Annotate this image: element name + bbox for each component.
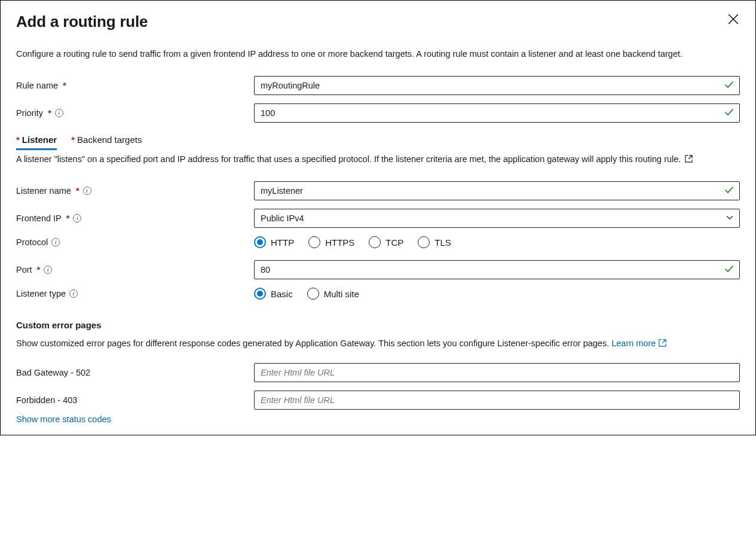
- required-asterisk: *: [76, 186, 79, 196]
- port-row: Port *: [16, 259, 740, 280]
- radio-icon: [254, 236, 266, 248]
- required-asterisk: *: [16, 135, 20, 145]
- close-button[interactable]: [728, 14, 739, 25]
- info-icon[interactable]: [73, 214, 81, 222]
- port-input[interactable]: [254, 260, 740, 279]
- bad-gateway-row: Bad Gateway - 502: [16, 362, 740, 383]
- listener-tab-description-text: A listener "listens" on a specified port…: [16, 154, 681, 164]
- radio-icon: [418, 236, 430, 248]
- required-asterisk: *: [48, 108, 51, 118]
- protocol-http-label: HTTP: [271, 237, 294, 248]
- priority-input[interactable]: [254, 103, 740, 123]
- forbidden-row: Forbidden - 403: [16, 389, 740, 411]
- tab-backend-label: Backend targets: [77, 135, 142, 145]
- radio-icon: [308, 236, 320, 248]
- protocol-tls-label: TLS: [434, 237, 451, 248]
- protocol-radio-tcp[interactable]: TCP: [369, 236, 403, 248]
- priority-row: Priority *: [16, 102, 740, 124]
- required-asterisk: *: [63, 81, 66, 90]
- frontend-ip-select[interactable]: Public IPv4: [254, 209, 740, 228]
- tab-listener-label: Listener: [22, 135, 57, 145]
- learn-more-text: Learn more: [611, 337, 656, 350]
- listener-tab-description: A listener "listens" on a specified port…: [16, 153, 740, 166]
- priority-label: Priority *: [16, 108, 249, 118]
- frontend-ip-label: Frontend IP *: [16, 214, 249, 223]
- forbidden-label-text: Forbidden - 403: [16, 395, 77, 405]
- rule-name-label-text: Rule name: [16, 81, 58, 90]
- port-label: Port *: [16, 265, 249, 275]
- routing-rule-panel: Add a routing rule Configure a routing r…: [0, 0, 756, 435]
- protocol-label: Protocol: [16, 237, 249, 247]
- bad-gateway-label-text: Bad Gateway - 502: [16, 368, 90, 377]
- listener-name-input[interactable]: [254, 181, 740, 200]
- protocol-label-text: Protocol: [16, 237, 48, 247]
- external-link-icon: [657, 337, 667, 350]
- bad-gateway-url-input[interactable]: [254, 363, 740, 382]
- rule-name-input[interactable]: [254, 76, 740, 95]
- listener-name-label-text: Listener name: [16, 186, 71, 196]
- forbidden-url-input[interactable]: [254, 391, 740, 410]
- custom-error-description: Show customized error pages for differen…: [16, 337, 740, 350]
- info-icon[interactable]: [83, 187, 91, 195]
- close-icon: [728, 17, 739, 26]
- panel-title: Add a routing rule: [16, 13, 740, 31]
- custom-error-heading: Custom error pages: [16, 320, 740, 330]
- listener-type-radio-group: Basic Multi site: [254, 288, 359, 300]
- forbidden-label: Forbidden - 403: [16, 395, 249, 405]
- listener-type-basic-label: Basic: [271, 289, 293, 299]
- panel-description: Configure a routing rule to send traffic…: [16, 48, 740, 60]
- protocol-radio-tls[interactable]: TLS: [418, 236, 451, 248]
- info-icon[interactable]: [55, 109, 63, 117]
- listener-type-label: Listener type: [16, 289, 249, 298]
- frontend-ip-row: Frontend IP * Public IPv4: [16, 208, 740, 229]
- custom-error-description-text: Show customized error pages for differen…: [16, 339, 611, 348]
- required-asterisk: *: [37, 265, 41, 275]
- listener-type-radio-multi[interactable]: Multi site: [307, 288, 359, 300]
- required-asterisk: *: [66, 214, 70, 223]
- tab-backend-targets[interactable]: *Backend targets: [71, 132, 142, 150]
- listener-name-label: Listener name *: [16, 186, 249, 196]
- port-label-text: Port: [16, 265, 32, 275]
- frontend-ip-label-text: Frontend IP: [16, 214, 62, 223]
- radio-icon: [307, 288, 319, 300]
- listener-name-row: Listener name *: [16, 180, 740, 202]
- show-more-status-codes-link[interactable]: Show more status codes: [16, 414, 111, 424]
- protocol-tcp-label: TCP: [385, 237, 403, 248]
- protocol-radio-http[interactable]: HTTP: [254, 236, 294, 248]
- frontend-ip-value: Public IPv4: [261, 214, 304, 223]
- tab-bar: *Listener *Backend targets: [16, 132, 740, 150]
- learn-more-link[interactable]: Learn more: [611, 337, 667, 350]
- rule-name-row: Rule name *: [16, 75, 740, 96]
- info-icon[interactable]: [51, 238, 60, 246]
- required-asterisk: *: [71, 135, 75, 145]
- info-icon[interactable]: [44, 266, 52, 274]
- listener-type-label-text: Listener type: [16, 289, 66, 298]
- protocol-row: Protocol HTTP HTTPS TCP TLS: [16, 231, 740, 253]
- external-link-icon[interactable]: [683, 154, 693, 164]
- listener-type-row: Listener type Basic Multi site: [16, 283, 740, 304]
- protocol-https-label: HTTPS: [325, 237, 354, 248]
- listener-type-multi-label: Multi site: [324, 289, 359, 299]
- rule-name-label: Rule name *: [16, 81, 249, 90]
- priority-label-text: Priority: [16, 108, 43, 118]
- radio-icon: [254, 288, 266, 300]
- info-icon[interactable]: [69, 289, 78, 298]
- protocol-radio-group: HTTP HTTPS TCP TLS: [254, 236, 451, 248]
- tab-listener[interactable]: *Listener: [16, 132, 57, 150]
- listener-type-radio-basic[interactable]: Basic: [254, 288, 293, 300]
- protocol-radio-https[interactable]: HTTPS: [308, 236, 354, 248]
- bad-gateway-label: Bad Gateway - 502: [16, 368, 249, 377]
- radio-icon: [369, 236, 381, 248]
